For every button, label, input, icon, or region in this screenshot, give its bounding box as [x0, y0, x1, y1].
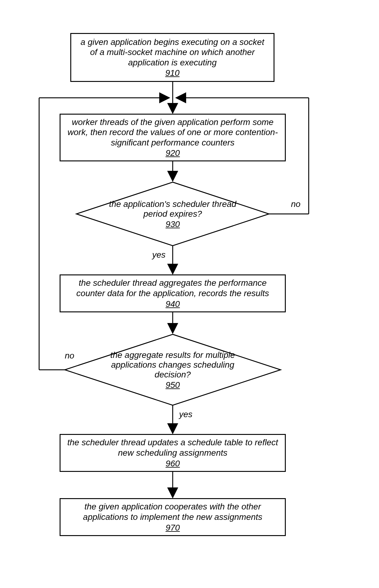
node-950: the aggregate results for multiple appli… [95, 344, 251, 396]
node-960-text: the scheduler thread updates a schedule … [66, 437, 279, 458]
node-920-ref: 920 [166, 148, 180, 158]
node-960-ref: 960 [166, 459, 180, 469]
node-930-ref: 930 [166, 219, 180, 229]
node-970: the given application cooperates with th… [60, 498, 286, 536]
node-940-ref: 940 [166, 299, 180, 309]
edge-950-yes-label: yes [179, 410, 193, 419]
node-920: worker threads of the given application … [60, 114, 286, 161]
node-930-text: the application's scheduler thread perio… [107, 199, 238, 219]
node-940-text: the scheduler thread aggregates the perf… [66, 278, 279, 298]
node-910: a given application begins executing on … [70, 33, 274, 82]
node-950-ref: 950 [166, 380, 180, 390]
node-950-text: the aggregate results for multiple appli… [95, 350, 251, 380]
edge-950-no-label: no [65, 351, 74, 361]
edge-930-no-label: no [291, 199, 300, 209]
edge-930-yes-label: yes [152, 250, 166, 260]
node-940: the scheduler thread aggregates the perf… [60, 274, 286, 312]
node-960: the scheduler thread updates a schedule … [60, 434, 286, 472]
node-910-text: a given application begins executing on … [77, 37, 268, 68]
node-970-text: the given application cooperates with th… [66, 502, 279, 522]
node-920-text: worker threads of the given application … [66, 117, 279, 148]
node-930: the application's scheduler thread perio… [107, 191, 238, 237]
node-970-ref: 970 [166, 523, 180, 533]
node-910-ref: 910 [165, 68, 180, 78]
